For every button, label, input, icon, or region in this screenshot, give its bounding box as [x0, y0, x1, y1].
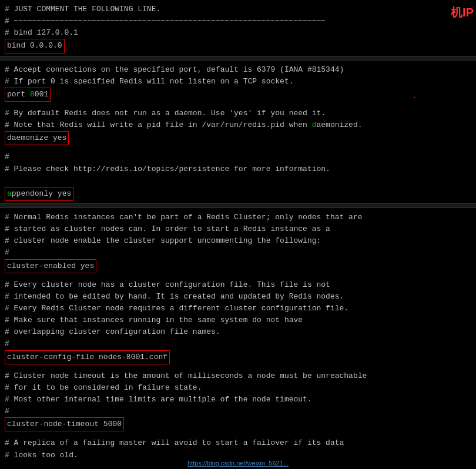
- line-comment-2: # ~~~~~~~~~~~~~~~~~~~~~~~~~~~~~~~~~~~~~~…: [5, 15, 471, 27]
- line-comment-ccf-2: # intended to be edited by hand. It is c…: [5, 291, 471, 303]
- line-cluster-node-timeout: cluster-node-timeout 5000: [5, 417, 471, 431]
- line-comment-ccf-6: #: [5, 338, 471, 350]
- divider-2: [0, 203, 476, 208]
- section-daemonize: # By default Redis does not run as a dae…: [0, 104, 476, 148]
- line-comment-1: # JUST COMMENT THE FOLLOWING LINE.: [5, 4, 471, 15]
- line-comment-cnt-1: # Cluster node timeout is the amount of …: [5, 370, 471, 382]
- line-comment-daemon-1: # By default Redis does not run as a dae…: [5, 108, 471, 119]
- section-cluster-enabled: # Normal Redis instances can't be part o…: [0, 208, 476, 276]
- line-comment-ccf-4: # Make sure that instances running in th…: [5, 314, 471, 326]
- line-comment-port-2: # If port 0 is specified Redis will not …: [5, 76, 471, 88]
- line-comment-3: # bind 127.0.0.1: [5, 27, 471, 39]
- highlight-cluster-config-file: cluster-config-file nodes-8001.conf: [5, 350, 170, 364]
- line-blank: [5, 175, 471, 187]
- section-cluster-config: # Every cluster node has a cluster confi…: [0, 276, 476, 367]
- line-comment-ce-4: #: [5, 247, 471, 259]
- line-comment-last-1: # A replica of a failing master will avo…: [5, 437, 471, 449]
- line-comment-cnt-4: #: [5, 406, 471, 417]
- line-comment-cnt-3: # Most other internal time limits are mu…: [5, 394, 471, 406]
- line-port: port 8001: [5, 88, 471, 102]
- section-cluster-timeout: # Cluster node timeout is the amount of …: [0, 367, 476, 434]
- cursor-d: d: [312, 120, 317, 129]
- highlight-cluster-node-timeout: cluster-node-timeout 5000: [5, 417, 124, 431]
- line-comment-append-2: # Please check http://redis.io/topics/pe…: [5, 163, 471, 175]
- line-comment-daemon-2: # Note that Redis will write a pid file …: [5, 119, 471, 131]
- editor-container: 机IP # JUST COMMENT THE FOLLOWING LINE. #…: [0, 0, 476, 469]
- line-comment-port-1: # Accept connections on the specified po…: [5, 64, 471, 76]
- line-daemonize: daemonize yes: [5, 131, 471, 145]
- section-port: # Accept connections on the specified po…: [0, 61, 476, 104]
- line-comment-ce-3: # cluster node enable the cluster suppor…: [5, 235, 471, 247]
- divider-1: [0, 56, 476, 61]
- line-cluster-config-file: cluster-config-file nodes-8001.conf: [5, 350, 471, 364]
- section-bind: # JUST COMMENT THE FOLLOWING LINE. # ~~~…: [0, 0, 476, 56]
- line-cluster-enabled: cluster-enabled yes: [5, 259, 471, 273]
- highlight-daemonize: daemonize yes: [5, 131, 69, 145]
- cursor-8: 8: [30, 90, 35, 99]
- highlight-appendonly: appendonly yes: [5, 187, 73, 201]
- highlight-port: port 8001: [5, 88, 51, 102]
- line-comment-append-1: #: [5, 151, 471, 163]
- line-bind: bind 0.0.0.0: [5, 39, 471, 53]
- red-dot: ·: [411, 92, 417, 103]
- line-comment-ccf-3: # Every Redis Cluster node requires a di…: [5, 303, 471, 314]
- highlight-cluster-enabled: cluster-enabled yes: [5, 259, 96, 273]
- line-appendonly: appendonly yes: [5, 187, 471, 201]
- line-comment-cnt-2: # for it to be considered in failure sta…: [5, 382, 471, 394]
- cursor-a: a: [7, 189, 12, 198]
- line-comment-ccf-1: # Every cluster node has a cluster confi…: [5, 279, 471, 291]
- line-comment-ce-2: # started as cluster nodes can. In order…: [5, 223, 471, 235]
- watermark: https://blog.csdn.net/weixin_5621...: [187, 460, 289, 467]
- highlight-bind: bind 0.0.0.0: [5, 39, 65, 53]
- line-comment-ce-1: # Normal Redis instances can't be part o…: [5, 212, 471, 223]
- line-comment-ccf-5: # overlapping cluster configuration file…: [5, 326, 471, 338]
- section-appendonly: # # Please check http://redis.io/topics/…: [0, 148, 476, 203]
